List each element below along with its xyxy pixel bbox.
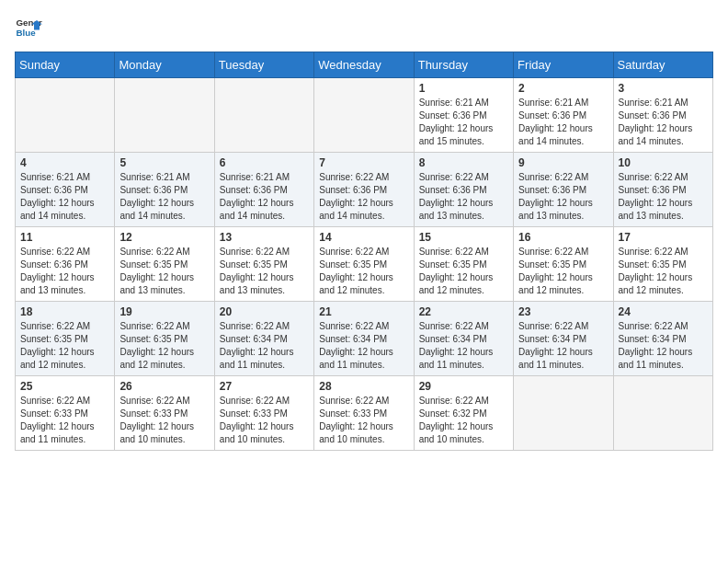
day-info: Sunrise: 6:22 AM Sunset: 6:32 PM Dayligh…: [419, 395, 508, 446]
day-number: 5: [119, 156, 209, 169]
day-number: 22: [419, 305, 508, 318]
weekday-header: Tuesday: [214, 52, 313, 78]
logo: General Blue: [15, 15, 46, 42]
day-info: Sunrise: 6:22 AM Sunset: 6:35 PM Dayligh…: [119, 246, 209, 297]
weekday-header: Monday: [115, 52, 214, 78]
day-number: 18: [20, 305, 109, 318]
svg-text:Blue: Blue: [17, 28, 37, 38]
calendar-day-cell: 4Sunrise: 6:21 AM Sunset: 6:36 PM Daylig…: [16, 153, 115, 227]
day-info: Sunrise: 6:22 AM Sunset: 6:35 PM Dayligh…: [619, 246, 708, 297]
day-number: 19: [119, 305, 209, 318]
day-number: 15: [419, 231, 508, 244]
day-info: Sunrise: 6:22 AM Sunset: 6:33 PM Dayligh…: [20, 395, 109, 446]
day-number: 4: [20, 156, 109, 169]
day-number: 28: [319, 380, 408, 393]
day-number: 8: [419, 156, 508, 169]
day-number: 23: [518, 305, 608, 318]
calendar-empty-cell: [115, 78, 214, 153]
calendar-empty-cell: [214, 78, 313, 153]
day-info: Sunrise: 6:22 AM Sunset: 6:33 PM Dayligh…: [220, 395, 309, 446]
calendar-empty-cell: [314, 78, 414, 153]
day-number: 25: [20, 380, 109, 393]
day-info: Sunrise: 6:21 AM Sunset: 6:36 PM Dayligh…: [119, 171, 209, 223]
weekday-header: Wednesday: [314, 52, 414, 78]
calendar-day-cell: 20Sunrise: 6:22 AM Sunset: 6:34 PM Dayli…: [214, 302, 313, 376]
calendar-day-cell: 7Sunrise: 6:22 AM Sunset: 6:36 PM Daylig…: [314, 153, 414, 227]
day-info: Sunrise: 6:22 AM Sunset: 6:35 PM Dayligh…: [119, 320, 209, 372]
day-number: 2: [518, 82, 608, 95]
day-number: 26: [119, 380, 209, 393]
day-info: Sunrise: 6:21 AM Sunset: 6:36 PM Dayligh…: [518, 97, 608, 148]
day-info: Sunrise: 6:22 AM Sunset: 6:33 PM Dayligh…: [119, 395, 209, 446]
calendar-day-cell: 11Sunrise: 6:22 AM Sunset: 6:36 PM Dayli…: [16, 227, 115, 302]
weekday-header-row: SundayMondayTuesdayWednesdayThursdayFrid…: [16, 52, 713, 78]
day-number: 29: [419, 380, 508, 393]
day-number: 16: [518, 231, 608, 244]
calendar-day-cell: 5Sunrise: 6:21 AM Sunset: 6:36 PM Daylig…: [115, 153, 214, 227]
day-number: 27: [220, 380, 309, 393]
calendar-day-cell: 24Sunrise: 6:22 AM Sunset: 6:34 PM Dayli…: [613, 302, 712, 376]
day-info: Sunrise: 6:22 AM Sunset: 6:36 PM Dayligh…: [20, 246, 109, 297]
day-info: Sunrise: 6:22 AM Sunset: 6:35 PM Dayligh…: [518, 246, 608, 297]
day-info: Sunrise: 6:22 AM Sunset: 6:35 PM Dayligh…: [20, 320, 109, 372]
day-info: Sunrise: 6:21 AM Sunset: 6:36 PM Dayligh…: [220, 171, 309, 223]
weekday-header: Saturday: [613, 52, 712, 78]
day-info: Sunrise: 6:22 AM Sunset: 6:35 PM Dayligh…: [220, 246, 309, 297]
day-info: Sunrise: 6:22 AM Sunset: 6:35 PM Dayligh…: [419, 246, 508, 297]
calendar-week-row: 1Sunrise: 6:21 AM Sunset: 6:36 PM Daylig…: [16, 78, 713, 153]
calendar-day-cell: 13Sunrise: 6:22 AM Sunset: 6:35 PM Dayli…: [214, 227, 313, 302]
day-info: Sunrise: 6:22 AM Sunset: 6:34 PM Dayligh…: [220, 320, 309, 372]
day-info: Sunrise: 6:22 AM Sunset: 6:33 PM Dayligh…: [319, 395, 408, 446]
calendar-day-cell: 3Sunrise: 6:21 AM Sunset: 6:36 PM Daylig…: [613, 78, 712, 153]
calendar-empty-cell: [514, 376, 613, 451]
day-info: Sunrise: 6:22 AM Sunset: 6:34 PM Dayligh…: [518, 320, 608, 372]
calendar-day-cell: 2Sunrise: 6:21 AM Sunset: 6:36 PM Daylig…: [514, 78, 613, 153]
day-number: 7: [319, 156, 408, 169]
calendar-day-cell: 15Sunrise: 6:22 AM Sunset: 6:35 PM Dayli…: [414, 227, 513, 302]
day-number: 17: [619, 231, 708, 244]
day-number: 11: [20, 231, 109, 244]
calendar-table: SundayMondayTuesdayWednesdayThursdayFrid…: [15, 52, 713, 451]
logo-icon: General Blue: [15, 15, 42, 42]
day-number: 6: [220, 156, 309, 169]
calendar-day-cell: 29Sunrise: 6:22 AM Sunset: 6:32 PM Dayli…: [414, 376, 513, 451]
calendar-day-cell: 1Sunrise: 6:21 AM Sunset: 6:36 PM Daylig…: [414, 78, 513, 153]
day-info: Sunrise: 6:22 AM Sunset: 6:36 PM Dayligh…: [319, 171, 408, 223]
day-info: Sunrise: 6:22 AM Sunset: 6:35 PM Dayligh…: [319, 246, 408, 297]
calendar-day-cell: 16Sunrise: 6:22 AM Sunset: 6:35 PM Dayli…: [514, 227, 613, 302]
calendar-day-cell: 14Sunrise: 6:22 AM Sunset: 6:35 PM Dayli…: [314, 227, 414, 302]
calendar-day-cell: 9Sunrise: 6:22 AM Sunset: 6:36 PM Daylig…: [514, 153, 613, 227]
calendar-day-cell: 10Sunrise: 6:22 AM Sunset: 6:36 PM Dayli…: [613, 153, 712, 227]
calendar-day-cell: 21Sunrise: 6:22 AM Sunset: 6:34 PM Dayli…: [314, 302, 414, 376]
day-info: Sunrise: 6:22 AM Sunset: 6:34 PM Dayligh…: [619, 320, 708, 372]
day-number: 3: [619, 82, 708, 95]
weekday-header: Thursday: [414, 52, 513, 78]
calendar-day-cell: 28Sunrise: 6:22 AM Sunset: 6:33 PM Dayli…: [314, 376, 414, 451]
calendar-day-cell: 8Sunrise: 6:22 AM Sunset: 6:36 PM Daylig…: [414, 153, 513, 227]
day-info: Sunrise: 6:22 AM Sunset: 6:34 PM Dayligh…: [319, 320, 408, 372]
calendar-week-row: 11Sunrise: 6:22 AM Sunset: 6:36 PM Dayli…: [16, 227, 713, 302]
calendar-day-cell: 25Sunrise: 6:22 AM Sunset: 6:33 PM Dayli…: [16, 376, 115, 451]
day-number: 12: [119, 231, 209, 244]
day-info: Sunrise: 6:21 AM Sunset: 6:36 PM Dayligh…: [20, 171, 109, 223]
day-number: 1: [419, 82, 508, 95]
day-info: Sunrise: 6:22 AM Sunset: 6:36 PM Dayligh…: [419, 171, 508, 223]
calendar-day-cell: 18Sunrise: 6:22 AM Sunset: 6:35 PM Dayli…: [16, 302, 115, 376]
day-info: Sunrise: 6:22 AM Sunset: 6:34 PM Dayligh…: [419, 320, 508, 372]
calendar-empty-cell: [613, 376, 712, 451]
calendar-empty-cell: [16, 78, 115, 153]
weekday-header: Sunday: [16, 52, 115, 78]
day-number: 20: [220, 305, 309, 318]
calendar-week-row: 25Sunrise: 6:22 AM Sunset: 6:33 PM Dayli…: [16, 376, 713, 451]
calendar-day-cell: 17Sunrise: 6:22 AM Sunset: 6:35 PM Dayli…: [613, 227, 712, 302]
day-number: 9: [518, 156, 608, 169]
page-header: General Blue: [15, 15, 713, 42]
calendar-day-cell: 23Sunrise: 6:22 AM Sunset: 6:34 PM Dayli…: [514, 302, 613, 376]
calendar-week-row: 4Sunrise: 6:21 AM Sunset: 6:36 PM Daylig…: [16, 153, 713, 227]
day-info: Sunrise: 6:22 AM Sunset: 6:36 PM Dayligh…: [619, 171, 708, 223]
calendar-day-cell: 26Sunrise: 6:22 AM Sunset: 6:33 PM Dayli…: [115, 376, 214, 451]
calendar-day-cell: 27Sunrise: 6:22 AM Sunset: 6:33 PM Dayli…: [214, 376, 313, 451]
day-info: Sunrise: 6:21 AM Sunset: 6:36 PM Dayligh…: [419, 97, 508, 148]
day-number: 21: [319, 305, 408, 318]
day-number: 10: [619, 156, 708, 169]
